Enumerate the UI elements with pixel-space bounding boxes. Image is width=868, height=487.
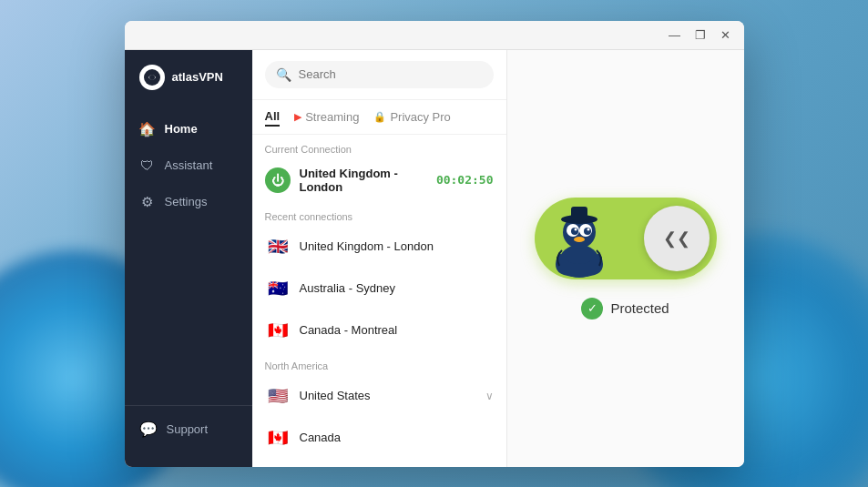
sidebar-logo: atlasVPN — [125, 65, 252, 112]
sidebar-item-assistant-label: Assistant — [165, 158, 213, 172]
duck-character — [544, 193, 617, 279]
svg-rect-5 — [571, 207, 587, 220]
status-panel: ❮❮ ✓ Protected — [507, 50, 744, 467]
vpn-toggle-wrap[interactable]: ❮❮ — [535, 198, 717, 279]
flag-us: 🇺🇸 — [265, 383, 291, 409]
flag-uk: 🇬🇧 — [265, 234, 291, 259]
filter-tab-all-label: All — [265, 109, 281, 123]
search-input-wrap[interactable]: 🔍 — [265, 61, 494, 88]
logo-icon — [139, 65, 165, 90]
filter-tabs: All ▶ Streaming 🔒 Privacy Pro — [252, 100, 506, 135]
sidebar-item-assistant[interactable]: 🛡 Assistant — [125, 148, 252, 183]
protected-label: Protected — [610, 300, 669, 316]
app-window: — ❐ ✕ atlasVPN — [125, 21, 744, 467]
sidebar-item-settings[interactable]: ⚙ Settings — [125, 185, 252, 219]
server-item-ca-montreal[interactable]: 🇨🇦 Canada - Montreal — [252, 309, 506, 351]
server-name-ca-montreal: Canada - Montreal — [300, 323, 494, 337]
title-bar: — ❐ ✕ — [125, 21, 744, 50]
sidebar-support: 💬 Support — [125, 405, 252, 452]
privacy-lock-icon: 🔒 — [373, 111, 386, 123]
support-label: Support — [167, 422, 209, 436]
svg-point-1 — [149, 75, 155, 80]
server-item-us[interactable]: 🇺🇸 United States ∨ — [252, 375, 506, 417]
toggle-knob: ❮❮ — [644, 206, 710, 271]
home-icon: 🏠 — [139, 121, 156, 137]
current-connection-header: Current Connection — [252, 135, 506, 158]
recent-connections-header: Recent connections — [252, 202, 506, 226]
search-bar: 🔍 — [252, 50, 506, 100]
current-server-name: United Kingdom - London — [300, 167, 427, 194]
assistant-icon: 🛡 — [139, 157, 156, 174]
server-item-au-sydney[interactable]: 🇦🇺 Australia - Sydney — [252, 268, 506, 309]
server-name-canada: Canada — [300, 431, 494, 444]
filter-tab-all[interactable]: All — [265, 107, 281, 127]
close-button[interactable]: ✕ — [715, 25, 737, 44]
app-body: atlasVPN 🏠 Home 🛡 Assistant ⚙ Settings — [125, 50, 744, 467]
content-area: 🔍 All ▶ Streaming — [252, 50, 744, 467]
sidebar-nav: 🏠 Home 🛡 Assistant ⚙ Settings — [125, 112, 252, 405]
search-icon: 🔍 — [276, 67, 291, 82]
desktop-background: — ❐ ✕ atlasVPN — [0, 0, 868, 487]
flag-canada-na: 🇨🇦 — [265, 425, 291, 451]
logo-text: atlasVPN — [172, 70, 223, 84]
svg-point-12 — [574, 237, 585, 242]
server-item-current[interactable]: ⏻ United Kingdom - London 00:02:50 — [252, 158, 506, 202]
filter-tab-privacy-pro[interactable]: 🔒 Privacy Pro — [373, 108, 450, 126]
flag-australia: 🇦🇺 — [265, 276, 291, 301]
sidebar-item-settings-label: Settings — [165, 195, 208, 208]
server-item-canada[interactable]: 🇨🇦 Canada — [252, 417, 506, 459]
streaming-play-icon: ▶ — [294, 111, 301, 123]
svg-point-10 — [575, 228, 577, 230]
server-name-us: United States — [300, 389, 476, 402]
region-header-north-america: North America — [252, 351, 506, 375]
filter-tab-streaming[interactable]: ▶ Streaming — [294, 108, 359, 126]
settings-icon: ⚙ — [139, 194, 156, 210]
vpn-toggle[interactable]: ❮❮ — [535, 198, 717, 279]
server-item-uk-london[interactable]: 🇬🇧 United Kingdom - London — [252, 226, 506, 268]
support-icon: 💬 — [139, 421, 158, 438]
flag-canada: 🇨🇦 — [265, 318, 291, 343]
protected-check-icon: ✓ — [581, 298, 603, 320]
server-panel: 🔍 All ▶ Streaming — [252, 50, 507, 467]
filter-tab-privacy-pro-label: Privacy Pro — [390, 110, 450, 124]
support-item[interactable]: 💬 Support — [139, 421, 238, 438]
filter-tab-streaming-label: Streaming — [305, 110, 359, 124]
maximize-button[interactable]: ❐ — [689, 25, 711, 44]
title-bar-controls: — ❐ ✕ — [664, 25, 737, 44]
sidebar-item-home[interactable]: 🏠 Home — [125, 112, 252, 147]
server-name-au-sydney: Australia - Sydney — [300, 281, 494, 295]
search-input[interactable] — [299, 67, 483, 81]
server-list: Current Connection ⏻ United Kingdom - Lo… — [252, 135, 506, 467]
server-name-uk-london: United Kingdom - London — [300, 239, 494, 253]
protected-badge: ✓ Protected — [581, 298, 669, 320]
expand-chevron-icon: ∨ — [485, 390, 494, 402]
connected-power-icon: ⏻ — [265, 167, 291, 193]
server-item-mexico[interactable]: 🇲🇽 Mexico — [252, 459, 506, 467]
minimize-button[interactable]: — — [664, 25, 686, 44]
connection-timer: 00:02:50 — [436, 173, 494, 187]
svg-point-11 — [587, 228, 590, 230]
chevron-left-icon: ❮❮ — [663, 228, 690, 249]
sidebar-item-home-label: Home — [165, 122, 198, 136]
sidebar: atlasVPN 🏠 Home 🛡 Assistant ⚙ Settings — [125, 50, 252, 467]
